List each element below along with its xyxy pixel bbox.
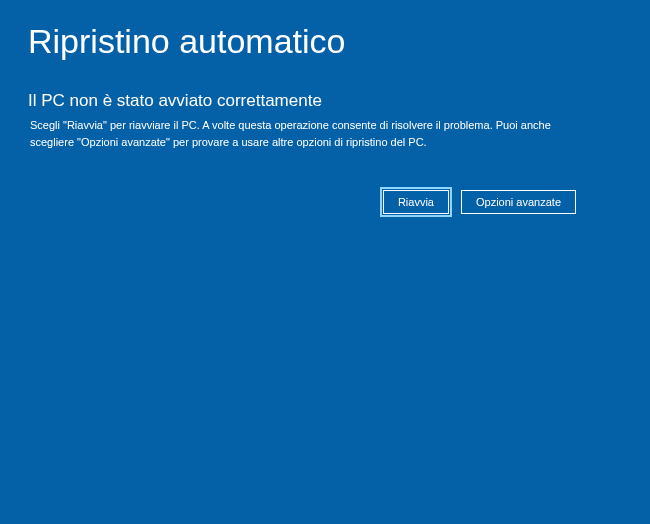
error-subtitle: Il PC non è stato avviato correttamente [28, 91, 622, 111]
button-row: Riavvia Opzioni avanzate [28, 190, 622, 214]
restart-button[interactable]: Riavvia [383, 190, 449, 214]
error-description: Scegli "Riavvia" per riavviare il PC. A … [28, 117, 588, 150]
advanced-options-button[interactable]: Opzioni avanzate [461, 190, 576, 214]
page-title: Ripristino automatico [28, 22, 622, 61]
recovery-screen: Ripristino automatico Il PC non è stato … [0, 0, 650, 236]
